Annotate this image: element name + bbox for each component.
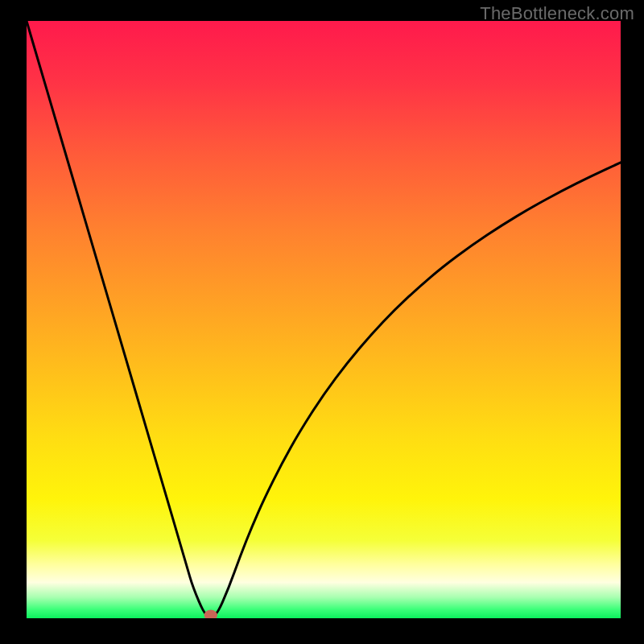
plot-area (27, 21, 621, 618)
chart-container: TheBottleneck.com (0, 0, 644, 644)
gradient-background (27, 21, 621, 618)
watermark-text: TheBottleneck.com (480, 3, 634, 24)
chart-svg (27, 21, 621, 618)
